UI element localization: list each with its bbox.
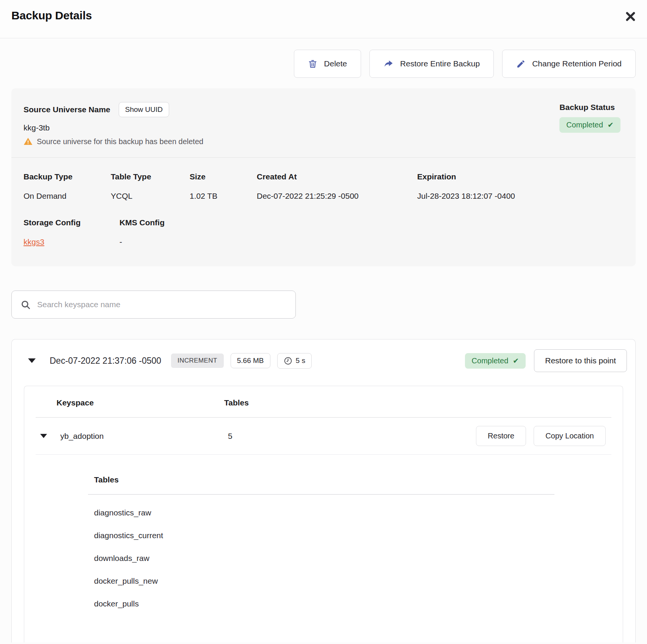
source-universe-name: kkg-3tb — [24, 123, 203, 132]
table-list-item: downloads_raw — [94, 554, 554, 563]
table-list-item: docker_pulls — [94, 599, 554, 608]
search-icon — [20, 300, 31, 310]
size-field: Size 1.02 TB — [190, 172, 257, 201]
expiration-label: Expiration — [417, 172, 623, 181]
storage-config-link[interactable]: kkgs3 — [24, 237, 44, 246]
keyspace-row: yb_adoption 5 Restore Copy Location — [24, 418, 623, 454]
caret-down-icon — [40, 434, 47, 438]
summary-config-row: Storage Config kkgs3 KMS Config - — [11, 201, 636, 266]
created-at-value: Dec-07-2022 21:25:29 -0500 — [257, 192, 417, 201]
keyspace-table-card: Keyspace Tables yb_adoption 5 Restore Co… — [24, 386, 623, 642]
show-uuid-button[interactable]: Show UUID — [119, 102, 169, 117]
keyspace-expand-button[interactable] — [38, 432, 49, 440]
summary-fields-row: Backup Type On Demand Table Type YCQL Si… — [11, 158, 636, 201]
created-at-field: Created At Dec-07-2022 21:25:29 -0500 — [257, 172, 417, 201]
divider — [88, 494, 554, 495]
size-label: Size — [190, 172, 257, 181]
change-retention-period-label: Change Retention Period — [532, 59, 622, 68]
table-type-field: Table Type YCQL — [111, 172, 190, 201]
increment-backup-card: Dec-07-2022 21:37:06 -0500 INCREMENT 5.6… — [11, 339, 636, 642]
size-value: 1.02 TB — [190, 192, 257, 201]
toolbar: Delete Restore Entire Backup Change Rete… — [11, 50, 636, 78]
expiration-value: Jul-28-2023 18:12:07 -0400 — [417, 192, 623, 201]
increment-duration-value: 5 s — [296, 357, 305, 365]
modal-header: Backup Details — [0, 0, 647, 38]
created-at-label: Created At — [257, 172, 417, 181]
search-input[interactable] — [37, 300, 287, 309]
increment-status-badge: Completed ✔ — [465, 353, 526, 369]
table-list-item: diagnostics_current — [94, 531, 554, 540]
source-universe-block: Source Universe Name Show UUID kkg-3tb S… — [24, 102, 203, 146]
expiration-field: Expiration Jul-28-2023 18:12:07 -0400 — [417, 172, 623, 201]
source-universe-label: Source Universe Name — [24, 105, 110, 114]
keyspace-search-box — [11, 291, 296, 319]
warning-text: Source universe for this backup has been… — [37, 137, 203, 146]
delete-button-label: Delete — [324, 59, 347, 68]
keyspace-copy-location-button[interactable]: Copy Location — [534, 426, 606, 446]
increment-type-badge: INCREMENT — [171, 353, 224, 368]
tables-sublist: Tables diagnostics_raw diagnostics_curre… — [24, 455, 623, 608]
table-type-label: Table Type — [111, 172, 190, 181]
table-list-item: docker_pulls_new — [94, 576, 554, 586]
kms-config-label: KMS Config — [119, 218, 165, 227]
storage-config-field: Storage Config kkgs3 — [24, 218, 119, 247]
increment-timestamp: Dec-07-2022 21:37:06 -0500 — [50, 356, 161, 366]
trash-icon — [308, 59, 317, 69]
backup-status-value: Completed — [566, 121, 603, 129]
clock-icon — [284, 357, 292, 365]
restore-entire-backup-label: Restore Entire Backup — [400, 59, 480, 68]
caret-down-icon — [28, 358, 36, 363]
increment-size-badge: 5.66 MB — [231, 353, 270, 368]
restore-to-this-point-button[interactable]: Restore to this point — [534, 349, 627, 372]
backup-type-label: Backup Type — [24, 172, 111, 181]
page-title: Backup Details — [11, 9, 92, 22]
tables-sublist-title: Tables — [94, 475, 554, 484]
keyspace-table-count: 5 — [228, 432, 232, 441]
kms-config-field: KMS Config - — [119, 218, 165, 247]
keyspace-table-header: Keyspace Tables — [24, 386, 623, 417]
backup-type-field: Backup Type On Demand — [24, 172, 111, 201]
keyspace-column-header: Keyspace — [57, 398, 224, 407]
increment-status-value: Completed — [472, 357, 509, 365]
close-icon — [625, 11, 636, 22]
check-icon: ✔ — [608, 121, 614, 129]
increment-duration-badge: 5 s — [277, 353, 312, 369]
change-retention-period-button[interactable]: Change Retention Period — [502, 50, 636, 78]
backup-summary-panel: Source Universe Name Show UUID kkg-3tb S… — [11, 88, 636, 266]
restore-arrow-icon — [383, 59, 394, 69]
check-icon: ✔ — [513, 357, 519, 365]
backup-type-value: On Demand — [24, 192, 111, 201]
keyspace-name: yb_adoption — [60, 432, 228, 441]
kms-config-value: - — [119, 237, 165, 247]
storage-config-label: Storage Config — [24, 218, 119, 227]
increment-header-row: Dec-07-2022 21:37:06 -0500 INCREMENT 5.6… — [12, 339, 635, 380]
backup-status-block: Backup Status Completed ✔ — [559, 102, 620, 133]
tables-column-header: Tables — [224, 398, 249, 407]
delete-button[interactable]: Delete — [294, 50, 361, 78]
warning-icon — [24, 137, 33, 146]
backup-status-label: Backup Status — [559, 103, 615, 112]
close-button[interactable] — [623, 9, 638, 24]
table-list-item: diagnostics_raw — [94, 508, 554, 517]
summary-top-row: Source Universe Name Show UUID kkg-3tb S… — [11, 88, 636, 157]
pencil-icon — [516, 59, 526, 69]
source-universe-warning: Source universe for this backup has been… — [24, 137, 203, 146]
backup-status-badge: Completed ✔ — [559, 117, 620, 133]
keyspace-restore-button[interactable]: Restore — [476, 426, 526, 446]
restore-entire-backup-button[interactable]: Restore Entire Backup — [369, 50, 494, 78]
increment-expand-button[interactable] — [26, 357, 38, 365]
table-type-value: YCQL — [111, 192, 190, 201]
